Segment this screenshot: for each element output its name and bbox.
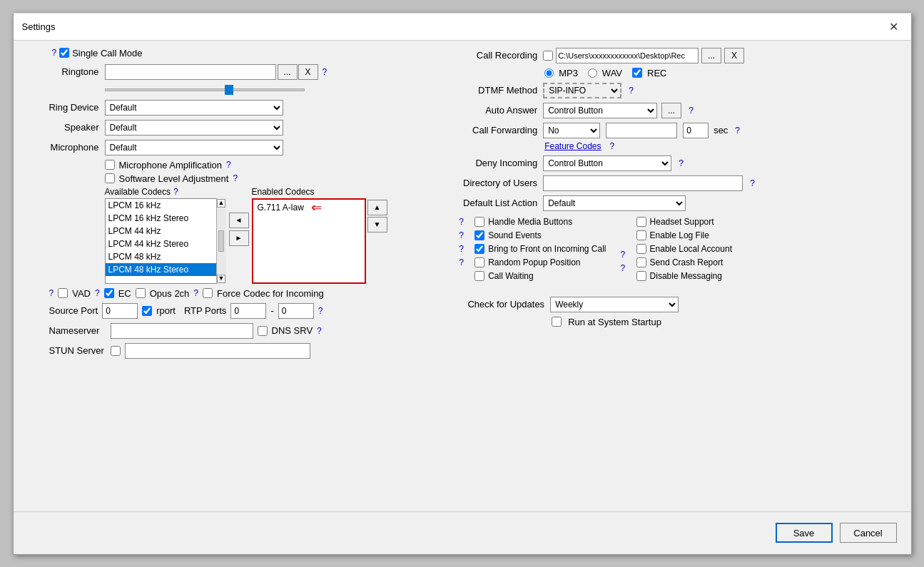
- call-forwarding-row: Call Forwarding No sec ?: [452, 123, 896, 138]
- recording-clear-btn[interactable]: X: [724, 48, 744, 63]
- deny-incoming-select[interactable]: Control Button: [543, 155, 671, 171]
- enable-local-checkbox[interactable]: [636, 244, 646, 254]
- help-vad[interactable]: ?: [49, 288, 54, 298]
- codec-lpcm44s[interactable]: LPCM 44 kHz Stereo: [106, 237, 225, 250]
- ringtone-input[interactable]: [105, 64, 276, 80]
- auto-answer-browse-btn[interactable]: ...: [661, 103, 681, 118]
- help-mic-amp[interactable]: ?: [226, 160, 231, 170]
- enabled-codec-item-1[interactable]: G.711 A-law ⇐: [253, 200, 365, 215]
- rec-checkbox[interactable]: [632, 68, 642, 78]
- codec-lpcm48[interactable]: LPCM 48 kHz: [106, 250, 225, 263]
- help-random-popup[interactable]: ?: [459, 257, 467, 267]
- help-nameserver[interactable]: ?: [317, 326, 322, 336]
- volume-slider[interactable]: [105, 84, 305, 96]
- sound-events-checkbox[interactable]: [474, 230, 484, 240]
- check-updates-select[interactable]: Weekly Daily Never: [550, 297, 679, 312]
- recording-browse-btn[interactable]: ...: [701, 48, 721, 63]
- single-call-mode-checkbox[interactable]: [59, 48, 69, 58]
- codec-move-right-btn[interactable]: ◄: [229, 213, 249, 228]
- help-feature[interactable]: ?: [610, 141, 615, 151]
- vad-checkbox[interactable]: [58, 288, 68, 298]
- slider-thumb[interactable]: [225, 85, 233, 95]
- help-deny[interactable]: ?: [679, 158, 684, 168]
- rec-label: REC: [647, 68, 666, 78]
- codec-lpcm16s[interactable]: LPCM 16 kHz Stereo: [106, 212, 225, 225]
- rtp-from-input[interactable]: [230, 303, 266, 319]
- call-forwarding-select[interactable]: No: [543, 123, 600, 138]
- handle-media-checkbox[interactable]: [474, 217, 484, 227]
- help-forwarding[interactable]: ?: [735, 126, 740, 136]
- run-startup-checkbox[interactable]: [552, 317, 562, 327]
- stun-label: STUN Server: [49, 345, 106, 356]
- sound-events-row: Sound Events: [474, 230, 606, 240]
- mp3-radio[interactable]: [544, 68, 554, 78]
- help-dtmf[interactable]: ?: [629, 86, 634, 96]
- recording-path-input[interactable]: [556, 48, 699, 63]
- call-recording-checkbox[interactable]: [543, 51, 553, 61]
- cancel-button[interactable]: Cancel: [840, 523, 897, 543]
- nameserver-input[interactable]: [111, 323, 253, 339]
- dtmf-select[interactable]: SIP-INFO: [543, 83, 621, 98]
- force-codec-checkbox[interactable]: [203, 288, 213, 298]
- wav-radio[interactable]: [588, 68, 597, 78]
- enable-log-checkbox[interactable]: [636, 230, 646, 240]
- speaker-select[interactable]: Default: [105, 120, 283, 136]
- close-button[interactable]: ✕: [885, 18, 903, 35]
- codec-up-btn[interactable]: ▲: [367, 200, 387, 215]
- help-software-level[interactable]: ?: [233, 173, 238, 183]
- help-rtp[interactable]: ?: [318, 306, 323, 316]
- rport-checkbox[interactable]: [142, 306, 152, 316]
- help-send-crash[interactable]: ?: [621, 263, 629, 273]
- codec-lpcm48s[interactable]: LPCM 48 kHz Stereo: [106, 263, 225, 276]
- dns-srv-checkbox[interactable]: [258, 326, 268, 336]
- stun-checkbox[interactable]: [111, 346, 121, 356]
- deny-incoming-label: Deny Incoming: [452, 158, 537, 168]
- bring-front-checkbox[interactable]: [474, 244, 484, 254]
- available-codecs-list[interactable]: LPCM 16 kHz LPCM 16 kHz Stereo LPCM 44 k…: [105, 198, 226, 284]
- main-content: ? Single Call Mode Ringtone ... X ?: [14, 41, 911, 511]
- help-ec[interactable]: ?: [95, 288, 100, 298]
- headset-support-checkbox[interactable]: [636, 217, 646, 227]
- send-crash-checkbox[interactable]: [636, 257, 646, 267]
- microphone-select[interactable]: Default: [105, 140, 283, 155]
- call-waiting-checkbox[interactable]: [474, 271, 484, 281]
- help-single-call[interactable]: ?: [52, 48, 57, 58]
- feature-codes-link[interactable]: Feature Codes: [544, 141, 601, 151]
- opus-checkbox[interactable]: [136, 288, 146, 298]
- codec-down-btn[interactable]: ▼: [367, 217, 387, 233]
- help-handle-media[interactable]: ?: [459, 217, 467, 227]
- help-bring-front[interactable]: ?: [459, 244, 467, 254]
- help-auto-answer[interactable]: ?: [689, 106, 694, 116]
- codec-list-scroll-up[interactable]: ▲: [217, 199, 225, 208]
- random-popup-checkbox[interactable]: [474, 257, 484, 267]
- help-sound-events[interactable]: ?: [459, 230, 467, 240]
- ringtone-clear-btn[interactable]: X: [298, 64, 318, 80]
- codec-lpcm16[interactable]: LPCM 16 kHz: [106, 199, 225, 212]
- default-list-select[interactable]: Default: [543, 195, 686, 211]
- microphone-label: Microphone: [28, 142, 99, 153]
- stun-input[interactable]: [125, 343, 310, 359]
- mic-amp-checkbox[interactable]: [105, 160, 115, 170]
- help-directory[interactable]: ?: [750, 178, 755, 188]
- disable-messaging-checkbox[interactable]: [636, 271, 646, 281]
- help-ringtone[interactable]: ?: [323, 67, 328, 77]
- help-codecs[interactable]: ?: [173, 187, 178, 197]
- rtp-to-input[interactable]: [278, 303, 314, 319]
- enabled-codecs-list[interactable]: G.711 A-law ⇐: [252, 198, 366, 284]
- codec-list-scroll-down[interactable]: ▼: [217, 275, 225, 283]
- sec-label: sec: [714, 125, 728, 136]
- software-level-checkbox[interactable]: [105, 173, 115, 183]
- ring-device-select[interactable]: Default: [105, 100, 283, 116]
- codec-move-left-btn[interactable]: ►: [229, 230, 249, 246]
- call-forwarding-sec-input[interactable]: [683, 123, 709, 138]
- help-enable-local[interactable]: ?: [621, 250, 629, 260]
- directory-input[interactable]: [543, 175, 743, 191]
- auto-answer-select[interactable]: Control Button: [543, 103, 657, 118]
- ringtone-browse-btn[interactable]: ...: [278, 64, 298, 80]
- source-port-input[interactable]: [102, 303, 138, 319]
- call-forwarding-number-input[interactable]: [606, 123, 677, 138]
- save-button[interactable]: Save: [776, 523, 833, 543]
- ec-checkbox[interactable]: [104, 288, 114, 298]
- help-force[interactable]: ?: [193, 288, 198, 298]
- codec-lpcm44[interactable]: LPCM 44 kHz: [106, 225, 225, 237]
